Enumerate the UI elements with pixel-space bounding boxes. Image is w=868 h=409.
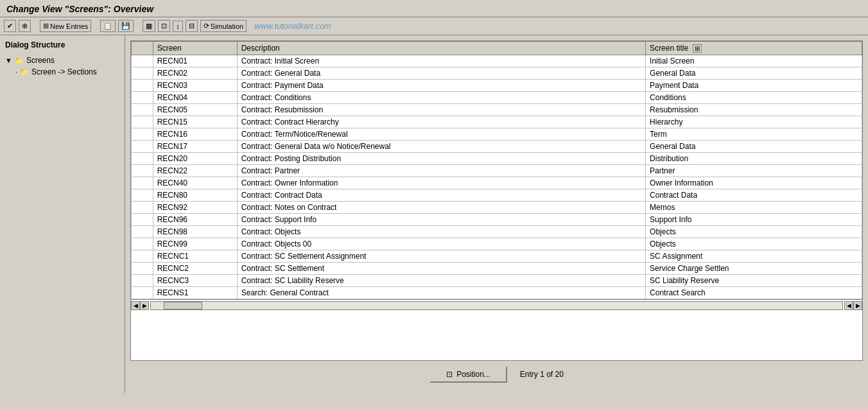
cell-description: Contract: Objects 00 [237, 238, 645, 250]
table-row[interactable]: RECN96Contract: Support InfoSupport Info [132, 214, 862, 226]
table-row[interactable]: RECN03Contract: Payment DataPayment Data [132, 80, 862, 92]
row-select-cell[interactable] [132, 55, 153, 67]
col-header-screen-title[interactable]: Screen title ⊞ [646, 42, 862, 55]
bottom-bar: ⊡ Position... Entry 1 of 20 [130, 361, 863, 388]
cell-screen: RECN05 [153, 104, 237, 116]
row-select-cell[interactable] [132, 165, 153, 177]
new-entries-icon: ⊞ [43, 22, 49, 30]
cell-description: Contract: Initial Screen [237, 55, 645, 67]
cell-screen: RECN80 [153, 189, 237, 202]
row-select-cell[interactable] [132, 202, 153, 214]
table-row[interactable]: RECN15Contract: Contract HierarchyHierar… [132, 116, 862, 128]
filter-button[interactable]: ⊟ [186, 20, 198, 32]
cell-description: Contract: Support Info [237, 214, 645, 226]
table-row[interactable]: RECN05Contract: ResubmissionResubmission [132, 104, 862, 116]
data-table-container: Screen Description Screen title ⊞ RECN01… [130, 40, 863, 361]
column-settings-icon[interactable]: ⊞ [693, 44, 702, 53]
row-select-cell[interactable] [132, 287, 153, 299]
btn-command[interactable]: ⊕ [19, 20, 31, 32]
table-row[interactable]: RECNC3Contract: SC Liability ReserveSC L… [132, 275, 862, 287]
main-area: Dialog Structure ▼ 📁 Screens · 📁 Screen … [0, 35, 868, 393]
table-row[interactable]: RECN04Contract: ConditionsConditions [132, 92, 862, 104]
cell-screen-title: Memos [646, 202, 862, 214]
row-select-cell[interactable] [132, 153, 153, 165]
cell-screen: RECN96 [153, 214, 237, 226]
layout-button[interactable]: ▦ [143, 20, 155, 32]
simulation-button[interactable]: ⟳ Simulation [200, 20, 247, 32]
horizontal-scrollbar[interactable]: ◀ ▶ ◀ ▶ [131, 299, 862, 311]
scroll-left-btn[interactable]: ◀ [131, 301, 140, 310]
cell-screen-title: Support Info [646, 214, 862, 226]
row-select-cell[interactable] [132, 177, 153, 189]
scroll-right-start-btn[interactable]: ▶ [140, 301, 149, 310]
row-select-cell[interactable] [132, 263, 153, 275]
table-row[interactable]: RECNC1Contract: SC Settlement Assignment… [132, 250, 862, 263]
cell-screen-title: Objects [646, 238, 862, 250]
horiz-scroll-track[interactable] [150, 301, 843, 310]
col-header-description[interactable]: Description [237, 42, 645, 55]
cell-screen-title: Term [646, 128, 862, 141]
row-select-cell[interactable] [132, 250, 153, 263]
row-select-cell[interactable] [132, 141, 153, 153]
cell-screen-title: Contract Search [646, 287, 862, 299]
find-button[interactable]: ⊡ [158, 20, 170, 32]
table-row[interactable]: RECNS1Search: General ContractContract S… [132, 287, 862, 299]
table-header-row: Screen Description Screen title ⊞ [132, 42, 862, 55]
table-row[interactable]: RECNC2Contract: SC SettlementService Cha… [132, 263, 862, 275]
sort-button[interactable]: ↕ [173, 21, 183, 32]
horiz-scroll-thumb[interactable] [164, 302, 202, 309]
cell-screen: RECN16 [153, 128, 237, 141]
save-button[interactable]: 💾 [118, 20, 134, 32]
toolbar: ✔ ⊕ ⊞ New Entries 📋 💾 ▦ ⊡ ↕ ⊟ ⟳ Simulati… [0, 17, 868, 35]
table-row[interactable]: RECN17Contract: General Data w/o Notice/… [132, 141, 862, 153]
cell-description: Contract: Partner [237, 165, 645, 177]
table-row[interactable]: RECN20Contract: Posting DistributionDist… [132, 153, 862, 165]
cell-screen-title: Partner [646, 165, 862, 177]
row-select-cell[interactable] [132, 116, 153, 128]
data-table: Screen Description Screen title ⊞ RECN01… [131, 41, 862, 299]
table-row[interactable]: RECN02Contract: General DataGeneral Data [132, 67, 862, 80]
cell-description: Contract: Contract Data [237, 189, 645, 202]
row-select-cell[interactable] [132, 189, 153, 202]
cell-screen-title: Contract Data [646, 189, 862, 202]
scroll-right-far-btn[interactable]: ▶ [853, 301, 862, 310]
scroll-right-end-btn[interactable]: ◀ [844, 301, 853, 310]
row-select-cell[interactable] [132, 214, 153, 226]
row-select-cell[interactable] [132, 275, 153, 287]
row-select-cell[interactable] [132, 238, 153, 250]
cell-screen: RECN03 [153, 80, 237, 92]
row-select-cell[interactable] [132, 67, 153, 80]
row-select-cell[interactable] [132, 104, 153, 116]
cell-screen-title: Resubmission [646, 104, 862, 116]
sidebar-item-screens[interactable]: ▼ 📁 Screens [3, 55, 122, 66]
table-row[interactable]: RECN40Contract: Owner InformationOwner I… [132, 177, 862, 189]
table-row[interactable]: RECN16Contract: Term/Notice/RenewalTerm [132, 128, 862, 141]
folder-icon-sub: 📁 [20, 68, 29, 76]
table-row[interactable]: RECN99Contract: Objects 00Objects [132, 238, 862, 250]
cell-description: Contract: SC Settlement [237, 263, 645, 275]
row-select-cell[interactable] [132, 80, 153, 92]
row-select-cell[interactable] [132, 92, 153, 104]
col-header-screen[interactable]: Screen [153, 42, 237, 55]
new-entries-button[interactable]: ⊞ New Entries [40, 20, 91, 32]
cell-screen: RECN20 [153, 153, 237, 165]
table-row[interactable]: RECN80Contract: Contract DataContract Da… [132, 189, 862, 202]
table-row[interactable]: RECN01Contract: Initial ScreenInitial Sc… [132, 55, 862, 67]
position-button[interactable]: ⊡ Position... [430, 366, 507, 383]
table-row[interactable]: RECN22Contract: PartnerPartner [132, 165, 862, 177]
position-icon: ⊡ [446, 370, 453, 379]
cell-screen: RECN98 [153, 226, 237, 238]
btn-check[interactable]: ✔ [4, 20, 16, 32]
row-select-cell[interactable] [132, 226, 153, 238]
table-row[interactable]: RECN98Contract: ObjectsObjects [132, 226, 862, 238]
cell-screen: RECN04 [153, 92, 237, 104]
cell-description: Contract: General Data [237, 67, 645, 80]
cell-screen: RECN17 [153, 141, 237, 153]
row-select-cell[interactable] [132, 128, 153, 141]
copy-button[interactable]: 📋 [100, 20, 116, 32]
cell-screen-title: Distribution [646, 153, 862, 165]
cell-description: Contract: Term/Notice/Renewal [237, 128, 645, 141]
table-row[interactable]: RECN92Contract: Notes on ContractMemos [132, 202, 862, 214]
cell-description: Search: General Contract [237, 287, 645, 299]
sidebar-item-screen-sections[interactable]: · 📁 Screen -> Sections [13, 66, 122, 78]
